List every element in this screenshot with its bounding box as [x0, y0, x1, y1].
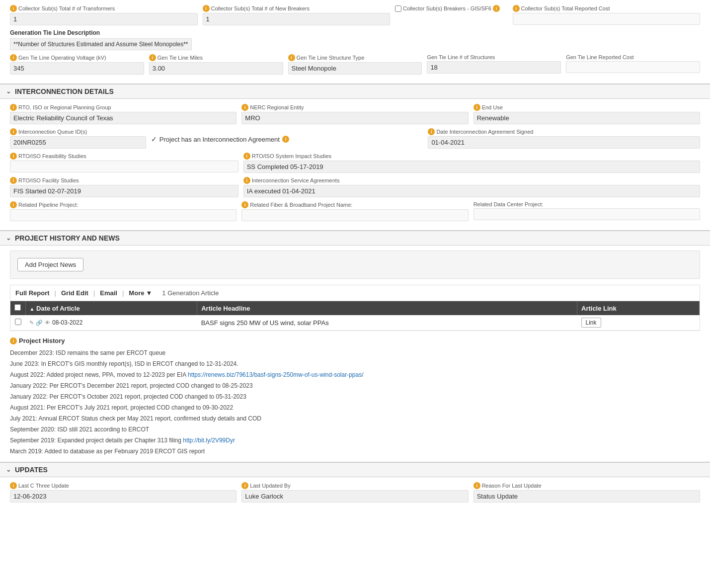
rto-group: i RTO, ISO or Regional Planning Group El… — [10, 104, 237, 124]
rto-label: i RTO, ISO or Regional Planning Group — [10, 104, 237, 111]
list-item: August 2022: Added project news, PPA, mo… — [10, 369, 700, 380]
info-icon: i — [241, 104, 248, 111]
list-item: September 2019: Expanded project details… — [10, 435, 700, 446]
articles-table: ▲ Date of Article Article Headline Artic… — [10, 301, 700, 331]
service-agreements-label: i Interconnection Service Agreements — [243, 177, 700, 184]
intercon-agreement-group: ✓ Project has an Interconnection Agreeme… — [151, 128, 423, 143]
nerc-value: MRO — [241, 112, 468, 124]
last-updated-by-group: i Last Updated By Luke Garlock — [241, 482, 468, 503]
collector-cost-label: i Collector Sub(s) Total Reported Cost — [513, 5, 701, 12]
headline-column-header: Article Headline — [197, 301, 577, 315]
collector-transformers-value: 1 — [10, 13, 198, 25]
toolbar-more[interactable]: More ▼ — [124, 287, 157, 299]
gen-miles-group: i Gen Tie Line Miles 3.00 — [149, 54, 283, 75]
history-link[interactable]: http://bit.ly/2V99Dyr — [183, 437, 235, 444]
gen-voltage-label: i Gen Tie Line Operating Voltage (kV) — [10, 54, 144, 61]
list-item: September 2020: ISD still 2021 according… — [10, 424, 700, 435]
interconnection-section-header[interactable]: ⌄ INTERCONNECTION DETAILS — [0, 84, 710, 99]
rto-value: Electric Reliability Council of Texas — [10, 112, 237, 124]
updates-section-title: UPDATES — [15, 466, 48, 474]
collector-cost-group: i Collector Sub(s) Total Reported Cost — [513, 5, 701, 25]
last-c3-value: 12-06-2023 — [10, 490, 237, 503]
row-checkbox[interactable] — [15, 319, 21, 325]
queue-id-value: 20INR0255 — [10, 136, 146, 149]
datacenter-group: Related Data Center Project: — [473, 201, 700, 221]
toolbar-more-label: More — [129, 289, 144, 297]
gen-miles-value: 3.00 — [149, 62, 283, 75]
link-icon[interactable]: 🔗 — [36, 320, 43, 326]
toolbar-full-report[interactable]: Full Report — [10, 287, 55, 299]
row-checkbox-cell — [10, 315, 25, 331]
project-history-title: i Project History — [10, 337, 700, 344]
gen-voltage-value: 345 — [10, 62, 144, 75]
project-history-list: i Project History December 2023: ISD rem… — [10, 337, 700, 457]
fiber-value — [241, 209, 468, 221]
collector-transformers-group: i Collector Sub(s) Total # of Transforme… — [10, 5, 198, 25]
nerc-group: i NERC Regional Entity MRO — [241, 104, 468, 124]
info-icon: i — [10, 337, 17, 344]
collector-gis-group: Collector Sub(s) Breakers - GIS/SF6 i — [395, 5, 508, 25]
add-news-container: Add Project News — [10, 251, 700, 279]
info-icon: i — [10, 104, 17, 111]
view-icon[interactable]: 👁 — [45, 320, 50, 326]
last-updated-by-label: i Last Updated By — [241, 482, 468, 489]
info-icon: i — [241, 482, 248, 489]
service-agreements-group: i Interconnection Service Agreements IA … — [243, 177, 700, 197]
project-history-section-body: Add Project News Full Report | Grid Edit… — [0, 246, 710, 462]
enduse-label: i End Use — [473, 104, 700, 111]
list-item: December 2023: ISD remains the same per … — [10, 347, 700, 358]
news-grid-container: Full Report | Grid Edit | Email | More ▼… — [10, 285, 700, 331]
row-date: 08-03-2022 — [52, 319, 82, 326]
info-icon: i — [428, 128, 435, 135]
fiber-label: i Related Fiber & Broadband Project Name… — [241, 201, 468, 208]
date-agreement-value: 01-04-2021 — [428, 136, 700, 149]
edit-icon[interactable]: ✎ — [29, 320, 34, 326]
gen-num-struct-value: 18 — [427, 61, 561, 74]
row-link-cell: Link — [577, 315, 700, 331]
info-icon: i — [243, 177, 250, 184]
article-link-button[interactable]: Link — [581, 318, 601, 328]
enduse-value: Renewable — [473, 112, 700, 124]
list-item: August 2021: Per ERCOT's July 2021 repor… — [10, 402, 700, 413]
collector-breakers-value: 1 — [203, 13, 391, 25]
toolbar-grid-edit[interactable]: Grid Edit — [56, 287, 93, 299]
info-icon: i — [10, 177, 17, 184]
toolbar-email[interactable]: Email — [95, 287, 122, 299]
project-history-section-header[interactable]: ⌄ PROJECT HISTORY and NEWS — [0, 230, 710, 246]
history-link[interactable]: https://renews.biz/79613/basf-signs-250m… — [188, 371, 364, 378]
list-item: January 2022: Per ERCOT's December 2021 … — [10, 380, 700, 391]
nerc-label: i NERC Regional Entity — [241, 104, 468, 111]
feasibility-value — [10, 161, 238, 172]
collector-breakers-label: i Collector Sub(s) Total # of New Breake… — [203, 5, 391, 12]
date-agreement-label: i Date Interconnection Agreement Signed — [428, 128, 700, 135]
info-icon: i — [10, 54, 17, 61]
queue-id-group: i Interconnection Queue ID(s) 20INR0255 — [10, 128, 146, 149]
collector-gis-checkbox[interactable] — [395, 5, 401, 12]
collector-cost-value — [513, 13, 701, 25]
sort-asc-icon: ▲ — [30, 306, 35, 312]
row-actions-cell: ✎ 🔗 👁 08-03-2022 — [25, 315, 197, 331]
last-c3-label: i Last C Three Update — [10, 482, 237, 489]
gen-struct-type-value: Steel Monopole — [288, 62, 422, 75]
gen-reported-cost-value — [566, 61, 700, 73]
pipeline-label: i Related Pipeline Project: — [10, 201, 237, 208]
info-icon: i — [243, 153, 250, 160]
select-all-checkbox[interactable] — [14, 304, 21, 311]
info-icon: i — [10, 201, 17, 208]
info-icon: i — [493, 5, 500, 12]
reason-update-label: i Reason For Last Update — [473, 482, 700, 489]
date-agreement-group: i Date Interconnection Agreement Signed … — [428, 128, 700, 149]
fiber-group: i Related Fiber & Broadband Project Name… — [241, 201, 468, 221]
gen-voltage-group: i Gen Tie Line Operating Voltage (kV) 34… — [10, 54, 144, 75]
add-project-news-button[interactable]: Add Project News — [17, 258, 83, 271]
select-all-header — [10, 301, 25, 315]
updates-section-header[interactable]: ⌄ UPDATES — [0, 462, 710, 477]
collector-breakers-group: i Collector Sub(s) Total # of New Breake… — [203, 5, 391, 25]
system-impact-value: SS Completed 05-17-2019 — [243, 161, 700, 173]
info-icon: i — [203, 5, 210, 12]
date-column-header[interactable]: ▲ Date of Article — [25, 301, 197, 315]
grid-toolbar: Full Report | Grid Edit | Email | More ▼… — [10, 285, 700, 301]
link-column-header: Article Link — [577, 301, 700, 315]
table-row: ✎ 🔗 👁 08-03-2022 BASF signs 250 MW of US… — [10, 315, 700, 331]
facility-group: i RTO/ISO Facility Studies FIS Started 0… — [10, 177, 238, 197]
